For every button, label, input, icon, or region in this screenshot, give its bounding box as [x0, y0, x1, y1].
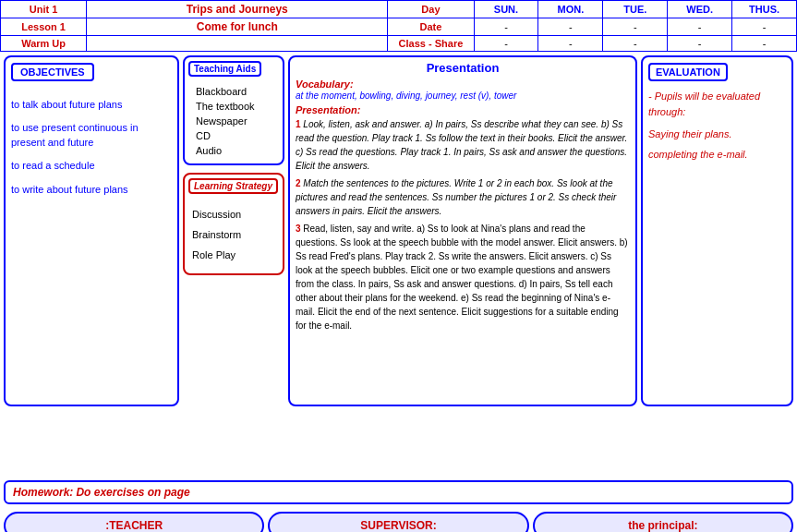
day-label: Day: [388, 1, 474, 18]
objective-1: to talk about future plans: [11, 98, 172, 112]
homework-bar: Homework: Do exercises on page: [4, 480, 793, 504]
teaching-blackboard: Blackboard: [196, 86, 279, 97]
homework-text: Do exercises on page: [76, 486, 189, 499]
teaching-title: Teaching Aids: [188, 61, 261, 77]
homework-label: Homework:: [13, 486, 73, 499]
objective-2: to use present continuous in present and…: [11, 121, 172, 150]
date-wed: -: [668, 18, 732, 36]
objective-3: to read a schedule: [11, 159, 172, 173]
objectives-section: OBJECTIVES to talk about future plans to…: [4, 55, 179, 473]
presentation-title: Presentation: [296, 61, 630, 75]
class-thu: -: [732, 36, 797, 52]
sun-header: SUN.: [474, 1, 538, 18]
presentation-section: Presentation Vocabulary: at the moment, …: [288, 55, 637, 473]
trips-value: Trips and Journeys: [87, 1, 388, 18]
evaluation-section: EVALUATION - Pupils will be evaluated th…: [641, 55, 793, 473]
come-value: Come for lunch: [87, 18, 388, 36]
strategy-brainstorm: Brainstorm: [192, 229, 279, 240]
teaching-audio: Audio: [196, 145, 279, 156]
step-2: 2 Match the sentences to the pictures. W…: [296, 176, 630, 218]
pres-title: Presentation:: [296, 104, 360, 115]
teaching-newspaper: Newspaper: [196, 115, 279, 127]
step-1: 1 Look, listen, ask and answer. a) In pa…: [296, 117, 630, 173]
thu-header: THUS.: [732, 1, 797, 18]
vocab-words: at the moment, bowling, diving, journey,…: [296, 91, 516, 101]
principal-button[interactable]: the principal:: [533, 512, 793, 532]
lesson-label: Lesson 1: [1, 18, 87, 36]
date-thu: -: [732, 18, 797, 36]
class-sun: -: [474, 36, 538, 52]
warmup-value: [87, 36, 388, 52]
mon-header: MON.: [538, 1, 603, 18]
strategy-discussion: Discussion: [192, 209, 279, 220]
date-mon: -: [538, 18, 603, 36]
pres-label: Presentation:: [296, 104, 630, 115]
date-tue: -: [603, 18, 668, 36]
class-share-label: Class - Share: [388, 36, 474, 52]
teaching-textbook: The textbook: [196, 101, 279, 112]
strategy-roleplay: Role Play: [192, 249, 279, 260]
teaching-cd: CD: [196, 130, 279, 141]
objectives-title: OBJECTIVES: [11, 63, 94, 81]
eval-item-1: Saying their plans.: [648, 128, 786, 139]
class-mon: -: [538, 36, 603, 52]
step-3: 3 Read, listen, say and write. a) Ss to …: [296, 222, 630, 332]
date-sun: -: [474, 18, 538, 36]
class-wed: -: [668, 36, 732, 52]
wed-header: WED.: [668, 1, 732, 18]
eval-item-2: completing the e-mail.: [648, 149, 786, 160]
footer: :TEACHER SUPERVISOR: the principal:: [0, 508, 797, 532]
teacher-button[interactable]: :TEACHER: [4, 512, 264, 532]
objective-4: to write about future plans: [11, 183, 172, 197]
vocab-title: Vocabulary:: [296, 79, 354, 90]
warmup-label: Warm Up: [1, 36, 87, 52]
eval-intro: - Pupils will be evaluated through:: [648, 89, 786, 119]
evaluation-title: EVALUATION: [648, 63, 728, 81]
unit-label: Unit 1: [1, 1, 87, 18]
vocab-section: Vocabulary: at the moment, bowling, divi…: [296, 79, 630, 101]
teaching-section: Teaching Aids Blackboard The textbook Ne…: [183, 55, 284, 473]
strategy-title: Learning Strategy: [188, 178, 278, 194]
class-tue: -: [603, 36, 668, 52]
supervisor-button[interactable]: SUPERVISOR:: [268, 512, 528, 532]
date-label: Date: [388, 18, 474, 36]
tue-header: TUE.: [603, 1, 668, 18]
